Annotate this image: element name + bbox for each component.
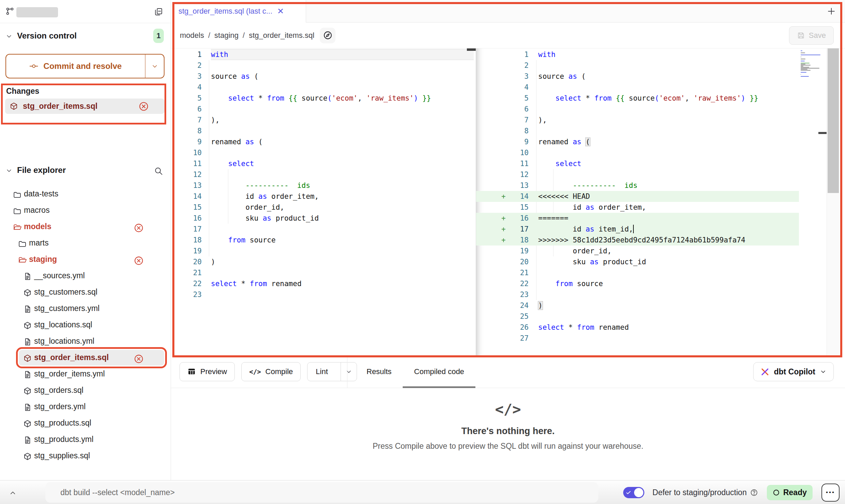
help-icon[interactable] [750,489,758,496]
code-line-15: 15 id as order_item, [476,202,799,213]
compile-button[interactable]: </> Compile [241,362,301,381]
commit-and-resolve-main[interactable]: Commit and resolve [6,55,145,78]
circle-x-icon[interactable] [134,223,144,233]
code-line-15: 15 order_id, [171,202,474,213]
diff-add-marker: + [501,235,506,246]
code-icon: </> [249,368,261,375]
code-line-7: 7), [171,115,474,125]
copy-icon[interactable] [154,7,163,16]
toolbar-divider [347,355,347,388]
minimap-line [801,67,809,68]
code-line-20: 20) [171,256,474,267]
file-tree-item-stg_orders.sql[interactable]: stg_orders.sql [0,382,171,399]
new-tab-plus-icon[interactable] [827,6,836,16]
changed-file-row[interactable]: stg_order_items.sql [5,99,164,114]
folder-open-icon [13,223,22,232]
file-tree-item-stg_supplies.sql[interactable]: stg_supplies.sql [0,448,171,464]
diff-add-marker: + [501,224,506,235]
lint-button[interactable]: Lint [307,362,357,381]
preview-button[interactable]: Preview [180,362,235,381]
code-line-13: 13 ---------- ids [476,180,799,191]
code-line-6: 6 [476,104,799,115]
file-icon [23,403,32,412]
file-tree-item-marts[interactable]: marts [0,235,171,251]
commit-options-chevron[interactable] [145,55,164,78]
chevron-up-icon[interactable] [9,489,17,497]
left-pane-scrollbar[interactable] [467,48,476,51]
search-icon[interactable] [154,166,163,176]
minimap[interactable] [801,50,821,78]
results-tab-results[interactable]: Results [355,355,403,388]
main-area: stg_order_items.sql (last c... ✕ models/… [171,0,845,480]
file-tree-item-stg_products.sql[interactable]: stg_products.sql [0,415,171,431]
file-tree-item-stg_locations.sql[interactable]: stg_locations.sql [0,317,171,333]
empty-state-subtitle: Press Compile above to preview the SQL d… [171,442,845,451]
command-input[interactable]: dbt build --select <model_name> [45,482,598,503]
version-control-section-header[interactable]: Version control 1 [0,29,171,44]
file-tree-item-stg_customers.sql[interactable]: stg_customers.sql [0,284,171,300]
defer-toggle[interactable] [623,487,644,498]
file-tree-item-stg_orders.yml[interactable]: stg_orders.yml [0,399,171,415]
minimap-line [801,57,801,57]
lint-options-chevron[interactable] [341,362,357,381]
folder-icon [18,239,27,248]
compass-icon[interactable] [320,28,335,43]
minimap-line [801,69,807,70]
compile-label: Compile [266,367,293,376]
results-tabs: ResultsCompiled code [355,355,475,388]
file-tree-item-macros[interactable]: macros [0,202,171,219]
model-cube-icon [23,321,32,330]
dbt-copilot-button[interactable]: dbt Copilot [753,362,834,381]
file-tree-item-stg_customers.yml[interactable]: stg_customers.yml [0,300,171,317]
code-line-4: 4 [476,82,799,93]
file-tree-item-data-tests[interactable]: data-tests [0,186,171,202]
code-line-18: 18+>>>>>>> 58c1dd23d5eebd9cd2495fa7124ab… [476,235,799,246]
file-label: models [24,222,52,231]
file-tree-item-stg_locations.yml[interactable]: stg_locations.yml [0,333,171,350]
save-button[interactable]: Save [789,26,834,45]
code-line-12: 12 [476,169,799,180]
chevron-down-icon [345,368,352,375]
file-explorer-section-header[interactable]: File explorer [0,163,171,180]
text-cursor [633,225,634,233]
circle-x-icon[interactable] [139,101,149,112]
file-label: stg_orders.yml [34,402,86,411]
file-tree-item-staging[interactable]: staging [0,251,171,268]
right-pane-scrollbar[interactable] [818,132,827,134]
file-tree-item-stg_products.yml[interactable]: stg_products.yml [0,431,171,448]
file-tree-item-stg_order_items.sql[interactable]: stg_order_items.sql [0,350,171,366]
code-line-27: 27 [476,333,799,344]
minimap-line [801,72,806,73]
tab-stg-order-items[interactable]: stg_order_items.sql (last c... ✕ [171,0,306,23]
minimap-line [801,76,809,77]
status-bar: dbt build --select <model_name> Defer to… [0,480,845,504]
code-line-12: 12 [171,169,474,180]
file-explorer-title: File explorer [17,165,66,175]
file-icon [23,436,32,444]
code-line-1: 1with [171,49,474,60]
results-tab-compiled-code[interactable]: Compiled code [403,355,475,388]
code-line-2: 2 [476,60,799,71]
code-line-20: 20 sku as product_id [476,256,799,267]
page-scrollbar-track[interactable] [827,48,840,355]
editor-pane-original[interactable]: 1with23source as (45 select * from {{ so… [171,48,476,355]
commit-and-resolve-button[interactable]: Commit and resolve [5,54,164,78]
minimap-line [801,61,805,61]
more-options-button[interactable]: ••• [821,484,840,502]
circle-x-icon[interactable] [134,256,144,266]
page-scrollbar-thumb[interactable] [828,48,839,193]
minimap-line [801,74,801,75]
editor-pane-modified[interactable]: 1with23source as (45 select * from {{ so… [476,48,845,355]
file-tree-item-models[interactable]: models [0,219,171,235]
file-tree-item-__sources.yml[interactable]: __sources.yml [0,268,171,284]
lint-label[interactable]: Lint [307,362,336,381]
circle-x-icon[interactable] [134,354,144,364]
close-icon[interactable]: ✕ [277,7,284,15]
version-control-title: Version control [17,31,77,41]
model-cube-icon [23,452,32,461]
file-tree-item-stg_order_items.yml[interactable]: stg_order_items.yml [0,366,171,382]
code-line-23: 23 [476,289,799,300]
folder-open-icon [18,256,27,264]
code-line-11: 11 select [476,158,799,169]
file-label: macros [24,206,49,215]
